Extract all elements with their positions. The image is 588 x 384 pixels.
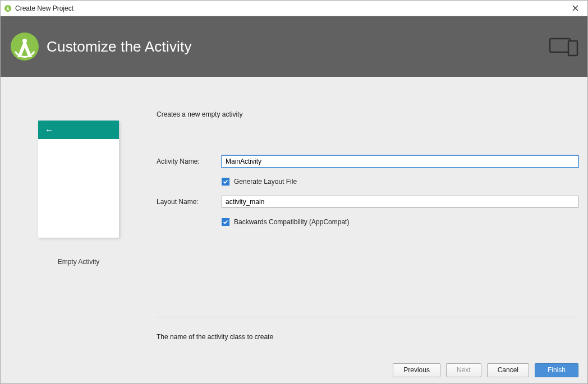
window-title: Create New Project xyxy=(15,4,74,12)
divider xyxy=(157,317,576,317)
form-area: Creates a new empty activity Activity Na… xyxy=(157,77,587,357)
phone-preview: ← xyxy=(38,121,119,238)
svg-rect-4 xyxy=(568,41,577,55)
preview-caption: Empty Activity xyxy=(58,258,100,266)
android-studio-logo-icon xyxy=(10,31,40,62)
banner-heading: Customize the Activity xyxy=(47,38,192,55)
next-button[interactable]: Next xyxy=(446,363,481,377)
back-arrow-icon: ← xyxy=(45,125,53,135)
layout-name-input[interactable] xyxy=(222,196,578,208)
layout-name-row: Layout Name: xyxy=(157,196,578,208)
cancel-button[interactable]: Cancel xyxy=(487,363,529,377)
generate-layout-label: Generate Layout File xyxy=(234,178,297,186)
android-studio-icon xyxy=(4,4,12,12)
footer-buttons: Previous Next Cancel Finish xyxy=(1,357,587,383)
generate-layout-checkbox[interactable] xyxy=(222,178,229,186)
layout-name-label: Layout Name: xyxy=(157,198,222,206)
backwards-compat-checkbox[interactable] xyxy=(222,218,229,226)
activity-name-input[interactable] xyxy=(222,155,578,168)
preview-column: ← Empty Activity xyxy=(1,77,157,357)
finish-button[interactable]: Finish xyxy=(535,363,578,377)
generate-layout-row: Generate Layout File xyxy=(157,178,578,186)
backwards-compat-row: Backwards Compatibility (AppCompat) xyxy=(157,218,578,226)
close-button[interactable] xyxy=(563,1,587,16)
svg-rect-3 xyxy=(550,39,570,52)
previous-button[interactable]: Previous xyxy=(393,363,440,377)
header-banner: Customize the Activity xyxy=(1,16,587,77)
form-description: Creates a new empty activity xyxy=(157,110,578,118)
activity-name-row: Activity Name: xyxy=(157,155,578,168)
hint-text: The name of the activity class to create xyxy=(157,333,578,341)
titlebar: Create New Project xyxy=(1,1,587,16)
backwards-compat-label: Backwards Compatibility (AppCompat) xyxy=(234,218,349,226)
phone-preview-appbar: ← xyxy=(38,121,119,139)
devices-icon xyxy=(549,36,578,58)
content-area: ← Empty Activity Creates a new empty act… xyxy=(1,77,587,357)
dialog-window: Create New Project Customize the Activit… xyxy=(0,0,588,384)
activity-name-label: Activity Name: xyxy=(157,158,222,165)
